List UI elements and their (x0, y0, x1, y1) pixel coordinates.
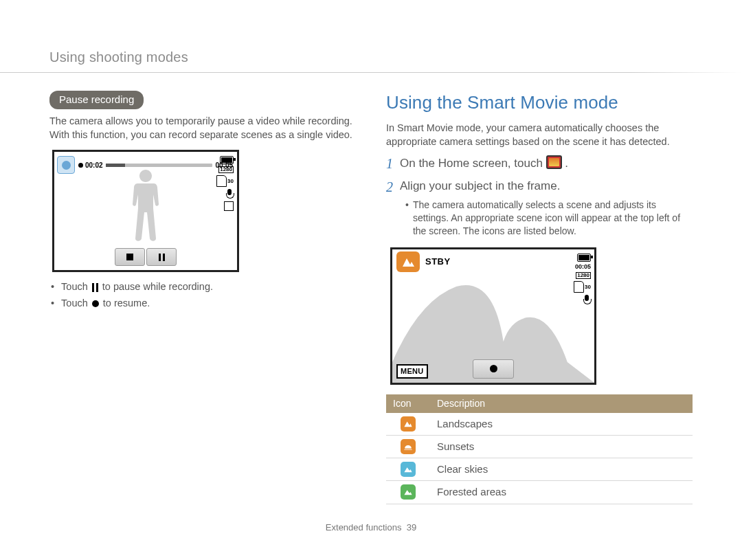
row-desc: Landscapes (430, 413, 693, 436)
sunset-icon (401, 439, 416, 454)
step-2-text: Align your subject in the frame. (400, 179, 560, 194)
record-control (473, 359, 514, 379)
th-desc: Description (430, 394, 693, 413)
right-column: Using the Smart Movie mode In Smart Movi… (386, 48, 693, 504)
forest-icon (401, 484, 416, 500)
menu-button[interactable]: MENU (396, 364, 428, 379)
resume-bullet: Touch to resume. (51, 297, 356, 311)
step-1-text-post: . (565, 157, 568, 170)
step-number-2: 2 (386, 180, 393, 194)
page-body: Pause recording The camera allows you to… (0, 0, 742, 504)
resolution-badge: 1280 (218, 166, 234, 173)
pause-recording-pill: Pause recording (49, 91, 144, 109)
pause-intro: The camera allows you to temporarily pau… (49, 115, 356, 142)
stby-topbar: STBY (396, 253, 590, 271)
row-desc: Clear skies (430, 458, 693, 481)
scene-badge-icon (396, 251, 420, 272)
mic-icon-2 (583, 295, 591, 305)
step-number-1: 1 (386, 157, 393, 170)
table-row: Forested areas (386, 481, 693, 504)
step-2-sub: The camera automatically selects a scene… (405, 199, 693, 238)
playback-controls (115, 248, 177, 266)
clear-sky-icon (401, 462, 416, 477)
pause-bullet: Touch to pause while recording. (51, 280, 356, 294)
landscape-icon (401, 416, 416, 432)
battery-icon (220, 156, 234, 164)
left-column: Pause recording The camera allows you to… (49, 48, 356, 504)
table-row: Sunsets (386, 435, 693, 458)
record-indicator-icon (78, 163, 83, 168)
step-2: 2 Align your subject in the frame. (386, 179, 693, 194)
record-dot-icon (92, 300, 99, 307)
status-icons-2: 00:05 1280 30 (570, 254, 591, 305)
stabilizer-icon (224, 201, 234, 211)
recording-screen-mockup: 00:02 00:05 1280 30 (52, 150, 239, 272)
row-desc: Sunsets (430, 435, 693, 458)
table-row: Clear skies (386, 458, 693, 481)
status-icons: 1280 30 (213, 156, 234, 211)
chapter-underline (0, 72, 742, 73)
smart-movie-intro: In Smart Movie mode, your camera automat… (386, 122, 693, 148)
record-button[interactable] (473, 359, 514, 379)
progress-bar (106, 164, 213, 167)
section-title: Using the Smart Movie mode (386, 91, 693, 115)
page-footer: Extended functions 39 (0, 522, 742, 533)
footer-page: 39 (407, 522, 416, 533)
step-1-text-pre: On the Home screen, touch (400, 157, 546, 170)
row-desc: Forested areas (430, 481, 693, 504)
step-1: 1 On the Home screen, touch . (386, 155, 693, 172)
scene-icon-table: Icon Description Landscapes Sunsets Clea… (386, 394, 693, 504)
pause-icon (92, 283, 98, 292)
th-icon: Icon (386, 394, 430, 413)
subject-silhouette (126, 170, 166, 245)
battery-icon-2 (577, 254, 591, 262)
mic-icon (225, 189, 234, 199)
pause-instructions: Touch to pause while recording. Touch to… (51, 280, 356, 310)
chapter-title: Using shooting modes (49, 49, 188, 65)
time-remaining: 00:05 (575, 264, 591, 270)
step-2-sub-text: The camera automatically selects a scene… (413, 199, 693, 238)
mode-icon (57, 156, 75, 174)
table-row: Landscapes (386, 413, 693, 436)
smart-movie-icon (546, 155, 562, 169)
stby-label: STBY (425, 256, 451, 268)
stop-button[interactable] (115, 248, 145, 266)
smart-movie-screen-mockup: STBY 00:05 1280 30 MENU (390, 247, 596, 385)
sd-fps: 30 (216, 175, 234, 187)
resolution-badge-2: 1280 (576, 272, 591, 279)
pause-button[interactable] (146, 248, 177, 266)
sd-fps-2: 30 (574, 281, 591, 293)
elapsed-time: 00:02 (85, 161, 103, 170)
footer-section: Extended functions (326, 522, 402, 533)
